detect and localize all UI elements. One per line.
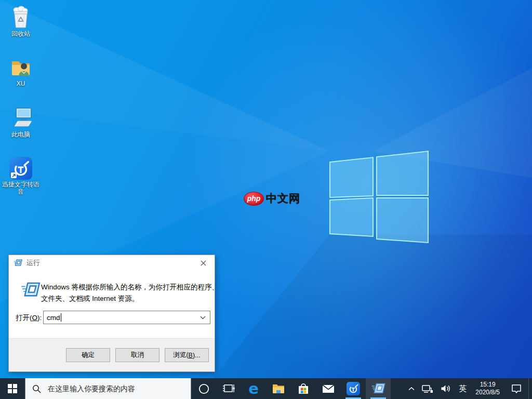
- run-dialog-titlebar-icon: [14, 259, 22, 267]
- desktop-icon-recycle-bin[interactable]: 回收站: [1, 4, 41, 37]
- ime-language-indicator[interactable]: 英: [455, 378, 471, 399]
- close-icon: [201, 260, 206, 266]
- start-button[interactable]: [0, 378, 25, 399]
- clock-date: 2020/8/5: [475, 389, 500, 396]
- open-label-prefix: 打开(: [16, 314, 32, 322]
- browse-label-suffix: )...: [193, 352, 201, 359]
- text-to-speech-app-icon: [347, 382, 360, 395]
- speaker-icon: [441, 384, 451, 393]
- volume-button[interactable]: [437, 378, 455, 399]
- user-folder-icon: [9, 55, 33, 79]
- run-dialog-description: Windows 将根据你所输入的名称，为你打开相应的程序、 文件夹、文档或 In…: [41, 282, 219, 304]
- run-dialog-title: 运行: [26, 258, 192, 268]
- action-center-button[interactable]: [504, 378, 528, 399]
- cancel-button[interactable]: 取消: [115, 348, 159, 362]
- text-caret: [61, 313, 61, 322]
- search-input[interactable]: [47, 384, 174, 393]
- browse-button[interactable]: 浏览(B)...: [165, 348, 209, 362]
- ok-button[interactable]: 确定: [66, 348, 110, 362]
- show-hidden-icons-button[interactable]: [405, 378, 418, 399]
- action-center-icon: [511, 384, 522, 394]
- search-icon: [32, 384, 41, 393]
- task-view-icon: [222, 383, 235, 394]
- run-dialog: 运行 Windows 将根据你所输入的名称，为你打开相应的程序、 文件夹、文档或…: [8, 255, 215, 372]
- desktop-icon-this-pc[interactable]: 此电脑: [1, 106, 41, 138]
- mail-button[interactable]: [316, 378, 341, 399]
- desktop-icon-user-folder[interactable]: XU: [1, 55, 41, 87]
- run-icon: [371, 383, 385, 394]
- php-site-watermark: php 中文网: [244, 191, 300, 206]
- text-to-speech-app-icon: [9, 157, 32, 180]
- network-icon: [422, 384, 433, 393]
- taskbar-clock[interactable]: 15:19 2020/8/5: [471, 378, 504, 399]
- text-to-speech-app-taskbar-button[interactable]: [341, 378, 366, 399]
- taskbar-search[interactable]: [25, 378, 191, 399]
- open-field-label: 打开(O):: [16, 313, 42, 323]
- this-pc-icon: [9, 106, 33, 130]
- edge-button[interactable]: e: [241, 378, 266, 399]
- browse-label-mnemonic: B: [189, 352, 193, 359]
- clock-time: 15:19: [480, 381, 496, 389]
- run-icon: [21, 282, 41, 298]
- open-label-mnemonic: O: [32, 314, 38, 322]
- file-explorer-icon: [272, 383, 285, 394]
- php-badge: php: [244, 192, 264, 206]
- description-line: Windows 将根据你所输入的名称，为你打开相应的程序、: [41, 282, 219, 293]
- description-line: 文件夹、文档或 Internet 资源。: [41, 293, 219, 304]
- watermark-title: 中文网: [266, 191, 300, 206]
- open-label-suffix: ):: [37, 314, 42, 322]
- cortana-button[interactable]: [191, 378, 216, 399]
- taskbar: e: [0, 378, 532, 399]
- recycle-bin-icon: [9, 4, 33, 29]
- desktop-icon-label: 此电脑: [11, 131, 30, 138]
- store-icon: [298, 382, 309, 395]
- windows-start-icon: [8, 384, 17, 393]
- close-button[interactable]: [192, 255, 215, 271]
- chevron-down-icon[interactable]: [200, 316, 206, 320]
- chevron-up-icon: [408, 387, 415, 391]
- run-dialog-footer: 确定 取消 浏览(B)...: [9, 338, 215, 371]
- desktop-icon-label: XU: [17, 80, 25, 87]
- edge-icon: e: [248, 381, 259, 396]
- network-button[interactable]: [418, 378, 437, 399]
- mail-icon: [322, 384, 335, 393]
- system-tray: 英 15:19 2020/8/5: [405, 378, 532, 399]
- show-desktop-button[interactable]: [528, 378, 532, 399]
- screen: 回收站 XU 此电脑: [0, 0, 532, 399]
- open-combobox[interactable]: cmd: [43, 311, 210, 324]
- task-view-button[interactable]: [216, 378, 241, 399]
- file-explorer-button[interactable]: [266, 378, 291, 399]
- run-dialog-titlebar[interactable]: 运行: [9, 255, 215, 271]
- desktop-icon-label: 迅捷文字转语音: [1, 181, 41, 195]
- desktop-icon-text-to-speech-app[interactable]: 迅捷文字转语音: [1, 157, 41, 195]
- browse-label-prefix: 浏览(: [173, 351, 188, 360]
- open-input-value: cmd: [47, 314, 60, 322]
- windows-logo-wallpaper: [326, 147, 432, 246]
- cortana-icon: [198, 383, 209, 394]
- desktop-icon-label: 回收站: [11, 30, 30, 37]
- store-button[interactable]: [291, 378, 316, 399]
- run-dialog-taskbar-button[interactable]: [366, 378, 391, 399]
